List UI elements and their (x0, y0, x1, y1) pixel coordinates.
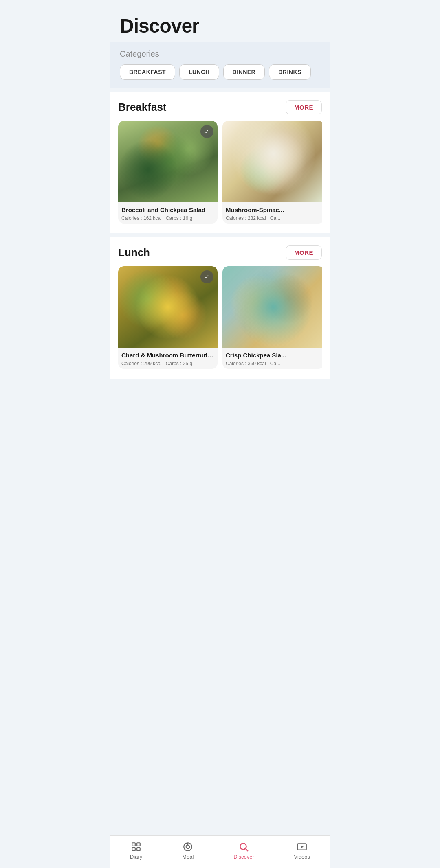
breakfast-card-1-check: ✓ (200, 125, 213, 138)
lunch-card-2-carbs: Ca... (270, 361, 280, 366)
videos-icon (297, 842, 307, 852)
lunch-card-1-calories: Calories : 299 kcal (121, 361, 162, 366)
meal-icon (183, 842, 193, 852)
breakfast-card-2-image (222, 121, 322, 202)
breakfast-card-2-meta: Calories : 232 kcal Ca... (226, 215, 321, 221)
breakfast-card-2-carbs: Ca... (270, 215, 280, 221)
categories-section: Categories BREAKFAST LUNCH DINNER DRINKS (110, 42, 330, 88)
breakfast-card-1-meta: Calories : 162 kcal Carbs : 16 g (121, 215, 214, 221)
bottom-nav: Diary Meal Discover Videos (110, 835, 330, 868)
lunch-card-2[interactable]: Crisp Chickpea Sla... Calories : 369 kca… (222, 266, 322, 369)
svg-point-7 (240, 843, 246, 849)
svg-rect-0 (132, 843, 135, 846)
lunch-section-header: Lunch MORE (118, 245, 322, 260)
nav-label-diary: Diary (130, 854, 142, 860)
breakfast-card-2-calories: Calories : 232 kcal (226, 215, 266, 221)
page-title: Discover (120, 15, 320, 37)
lunch-card-1-info: Chard & Mushroom Butternut No... Calorie… (118, 348, 218, 369)
lunch-cards-row: ✓ Chard & Mushroom Butternut No... Calor… (118, 266, 322, 369)
lunch-card-2-title: Crisp Chickpea Sla... (226, 352, 321, 359)
breakfast-more-button[interactable]: MORE (286, 100, 322, 114)
breakfast-title: Breakfast (118, 101, 167, 114)
lunch-title: Lunch (118, 246, 150, 259)
nav-item-meal[interactable]: Meal (174, 840, 202, 861)
categories-row: BREAKFAST LUNCH DINNER DRINKS (120, 64, 320, 80)
svg-rect-2 (132, 848, 135, 851)
breakfast-card-2-image-wrapper (222, 121, 322, 202)
lunch-card-1[interactable]: ✓ Chard & Mushroom Butternut No... Calor… (118, 266, 218, 369)
lunch-card-2-image (222, 266, 322, 348)
lunch-card-2-meta: Calories : 369 kcal Ca... (226, 361, 321, 366)
breakfast-card-2-title: Mushroom-Spinac... (226, 206, 321, 213)
nav-item-diary[interactable]: Diary (122, 840, 150, 861)
discover-icon (238, 842, 249, 852)
category-lunch[interactable]: LUNCH (179, 64, 219, 80)
svg-point-5 (186, 845, 190, 849)
diary-icon (131, 842, 141, 852)
lunch-card-2-info: Crisp Chickpea Sla... Calories : 369 kca… (222, 348, 322, 369)
lunch-card-1-meta: Calories : 299 kcal Carbs : 25 g (121, 361, 214, 366)
lunch-more-button[interactable]: MORE (286, 245, 322, 260)
nav-label-videos: Videos (294, 854, 310, 860)
svg-rect-3 (137, 848, 140, 851)
lunch-card-2-calories: Calories : 369 kcal (226, 361, 266, 366)
breakfast-card-2-info: Mushroom-Spinac... Calories : 232 kcal C… (222, 202, 322, 224)
svg-marker-10 (301, 846, 304, 848)
svg-rect-1 (137, 843, 140, 846)
header: Discover (110, 0, 330, 42)
breakfast-card-1-carbs: Carbs : 16 g (166, 215, 192, 221)
lunch-card-1-check: ✓ (200, 270, 213, 283)
breakfast-card-1-info: Broccoli and Chickpea Salad Calories : 1… (118, 202, 218, 224)
lunch-card-1-image-wrapper: ✓ (118, 266, 218, 348)
lunch-card-1-carbs: Carbs : 25 g (166, 361, 192, 366)
breakfast-card-1[interactable]: ✓ Broccoli and Chickpea Salad Calories :… (118, 121, 218, 224)
nav-label-meal: Meal (182, 854, 194, 860)
nav-item-discover[interactable]: Discover (225, 840, 262, 861)
category-drinks[interactable]: DRINKS (269, 64, 311, 80)
page-wrapper: Discover Categories BREAKFAST LUNCH DINN… (110, 0, 330, 415)
breakfast-section-header: Breakfast MORE (118, 100, 322, 114)
nav-label-discover: Discover (233, 854, 254, 860)
category-breakfast[interactable]: BREAKFAST (120, 64, 175, 80)
breakfast-card-1-calories: Calories : 162 kcal (121, 215, 162, 221)
svg-line-8 (246, 849, 248, 851)
breakfast-card-1-title: Broccoli and Chickpea Salad (121, 206, 214, 213)
breakfast-card-2[interactable]: Mushroom-Spinac... Calories : 232 kcal C… (222, 121, 322, 224)
nav-item-videos[interactable]: Videos (286, 840, 319, 861)
breakfast-section: Breakfast MORE ✓ Broccoli and Chickpea S… (110, 92, 330, 233)
categories-heading: Categories (120, 49, 320, 59)
lunch-section: Lunch MORE ✓ Chard & Mushroom Butternut … (110, 237, 330, 379)
breakfast-cards-row: ✓ Broccoli and Chickpea Salad Calories :… (118, 121, 322, 224)
lunch-card-2-image-wrapper (222, 266, 322, 348)
breakfast-card-1-image-wrapper: ✓ (118, 121, 218, 202)
lunch-card-1-title: Chard & Mushroom Butternut No... (121, 352, 214, 359)
category-dinner[interactable]: DINNER (223, 64, 265, 80)
